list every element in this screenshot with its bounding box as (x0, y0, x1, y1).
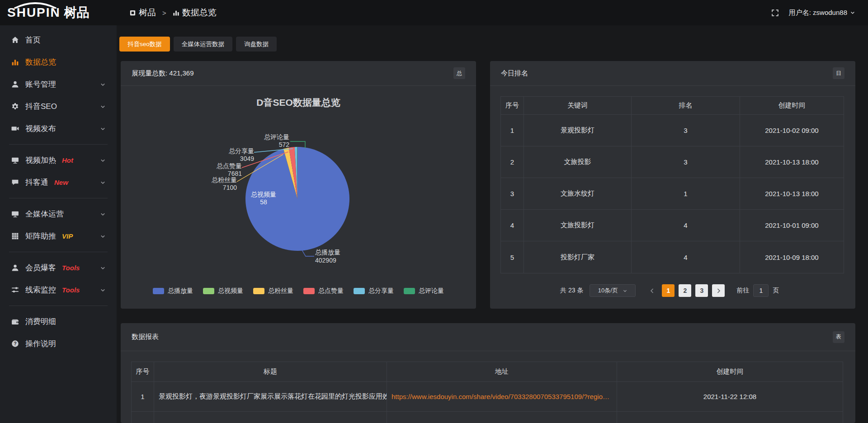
table-cell: 景观投影灯，夜游景观投影灯厂家展示展示落花灯在花园里的灯光投影应用效果 # (154, 382, 387, 411)
page-number-1[interactable]: 1 (662, 284, 675, 297)
table-cell: 4 (501, 210, 524, 241)
table-cell (132, 412, 154, 423)
user-menu[interactable]: 用户名: zswodun88 (789, 9, 855, 17)
page-number-2[interactable]: 2 (679, 284, 691, 297)
topbar-right: 用户名: zswodun88 (771, 9, 868, 17)
help-circle-icon: ? (11, 340, 19, 348)
table-row: 4文旅投影灯42021-10-01 09:00 (501, 210, 844, 241)
sidebar-item-数据总览[interactable]: 数据总览 (0, 51, 117, 73)
table-row: 3文旅水纹灯12021-10-13 18:00 (501, 178, 844, 210)
table-cell: 2 (501, 146, 524, 178)
table-cell (154, 412, 387, 423)
sidebar-item-视频发布[interactable]: 视频发布 (0, 118, 117, 140)
table-cell: 3 (632, 115, 740, 146)
fullscreen-icon[interactable] (771, 9, 779, 17)
sidebar-item-抖客通[interactable]: 抖客通New (0, 171, 117, 193)
logo-text-cn: 树品 (64, 4, 90, 21)
legend-item-总粉丝量[interactable]: 总粉丝量 (253, 287, 293, 295)
table-cell: 文旅投影灯 (524, 210, 632, 241)
page-size-select[interactable]: 10条/页 (590, 284, 636, 297)
ranking-table: 序号关键词排名创建时间1景观投影灯32021-10-02 09:002文旅投影3… (500, 96, 844, 273)
sidebar-item-操作说明[interactable]: ?操作说明 (0, 333, 117, 355)
legend-item-总视频量[interactable]: 总视频量 (203, 287, 243, 295)
table-cell: 文旅投影 (524, 146, 632, 178)
tab-询盘数据[interactable]: 询盘数据 (236, 37, 277, 52)
sidebar-item-label: 账号管理 (25, 79, 56, 89)
sidebar-item-label: 首页 (25, 35, 41, 45)
sidebar-item-badge: Tools (62, 264, 80, 272)
prev-page-icon[interactable] (647, 288, 656, 294)
column-header: 序号 (132, 362, 154, 381)
legend-item-总分享量[interactable]: 总分享量 (354, 287, 394, 295)
chevron-down-icon (100, 211, 106, 217)
overview-panel: 展现量总数: 421,369 总 D音SEO数据量总览 总播放量402909总视… (121, 61, 476, 309)
page-number-list: 123 (662, 284, 708, 297)
sidebar-item-线索监控[interactable]: 线索监控Tools (0, 279, 117, 301)
legend-item-总播放量[interactable]: 总播放量 (153, 287, 193, 295)
wallet-icon (11, 318, 19, 325)
table-cell: 2021-11-22 12:08 (617, 382, 843, 411)
sidebar-divider (9, 198, 108, 198)
table-cell: 投影灯厂家 (524, 241, 632, 273)
pie-label-name: 总点赞量 (217, 162, 242, 169)
sidebar-item-首页[interactable]: 首页 (0, 29, 117, 51)
table-cell: https://www.iesdouyin.com/share/video/70… (387, 382, 617, 411)
username-label: 用户名: zswodun88 (789, 9, 847, 17)
table-cell (387, 412, 617, 423)
pie-label-name: 总视频量 (251, 191, 276, 198)
sidebar-item-会员爆客[interactable]: 会员爆客Tools (0, 257, 117, 279)
sidebar-item-label: 矩阵助推 (25, 231, 56, 241)
sidebar-item-label: 抖客通 (25, 177, 48, 188)
table-row-partial (132, 412, 843, 423)
tab-全媒体运营数据[interactable]: 全媒体运营数据 (174, 37, 233, 52)
sidebar-menu: 首页数据总览账号管理抖音SEO视频发布视频加热Hot抖客通New全媒体运营矩阵助… (0, 25, 117, 355)
table-cell: 2021-10-02 09:00 (740, 115, 844, 146)
table-header-row: 序号标题地址创建时间 (132, 362, 843, 382)
legend-label: 总分享量 (368, 287, 394, 295)
sidebar-item-账号管理[interactable]: 账号管理 (0, 73, 117, 95)
report-link[interactable]: https://www.iesdouyin.com/share/video/70… (392, 393, 612, 400)
page-jump-input[interactable] (753, 284, 769, 297)
sidebar-item-视频加热[interactable]: 视频加热Hot (0, 149, 117, 171)
table-cell: 4 (632, 241, 740, 273)
table-cell: 2021-10-01 09:00 (740, 210, 844, 241)
sidebar-divider (9, 306, 108, 306)
table-cell (617, 412, 843, 423)
sidebar-item-badge: Hot (62, 156, 73, 164)
report-panel-header: 数据报表 表 (121, 323, 855, 351)
sidebar-item-badge: Tools (62, 286, 80, 294)
sidebar-item-消费明细[interactable]: 消费明细 (0, 310, 117, 333)
legend-item-总点赞量[interactable]: 总点赞量 (303, 287, 344, 295)
table-cell: 5 (501, 241, 524, 273)
table-toggle-button[interactable]: 表 (833, 331, 844, 343)
sidebar-item-抖音SEO[interactable]: 抖音SEO (0, 95, 117, 118)
table-header-row: 序号关键词排名创建时间 (501, 97, 844, 115)
tab-抖音seo数据[interactable]: 抖音seo数据 (119, 37, 170, 52)
report-panel: 数据报表 表 序号标题地址创建时间1景观投影灯，夜游景观投影灯厂家展示展示落花灯… (121, 323, 855, 423)
column-header: 序号 (501, 97, 524, 114)
table-cell: 1 (501, 115, 524, 146)
legend-swatch (404, 288, 415, 294)
legend-item-总评论量[interactable]: 总评论量 (404, 287, 444, 295)
breadcrumb-item-root[interactable]: 树品 (139, 7, 156, 19)
table-cell: 4 (632, 210, 740, 241)
page-number-3[interactable]: 3 (695, 284, 708, 297)
legend-swatch (303, 288, 315, 294)
sidebar-item-矩阵助推[interactable]: 矩阵助推VIP (0, 225, 117, 247)
sidebar-item-label: 视频发布 (25, 123, 56, 134)
page-jump: 前往 页 (736, 284, 779, 297)
monitor-icon (11, 210, 19, 218)
breadcrumb-separator: > (162, 9, 166, 17)
chevron-down-icon (100, 103, 106, 109)
sidebar-item-badge: New (54, 179, 68, 186)
column-header: 标题 (154, 362, 387, 381)
ranking-panel-header: 今日排名 日 (490, 61, 855, 86)
daily-toggle-button[interactable]: 日 (833, 67, 844, 79)
table-cell: 1 (632, 178, 740, 209)
next-page-icon[interactable] (712, 284, 725, 297)
sidebar-item-全媒体运营[interactable]: 全媒体运营 (0, 203, 117, 225)
sidebar-item-label: 线索监控 (25, 285, 56, 295)
chevron-down-icon (100, 287, 106, 293)
sidebar-item-label: 视频加热 (25, 155, 56, 165)
table-row: 2文旅投影32021-10-13 18:00 (501, 146, 844, 178)
